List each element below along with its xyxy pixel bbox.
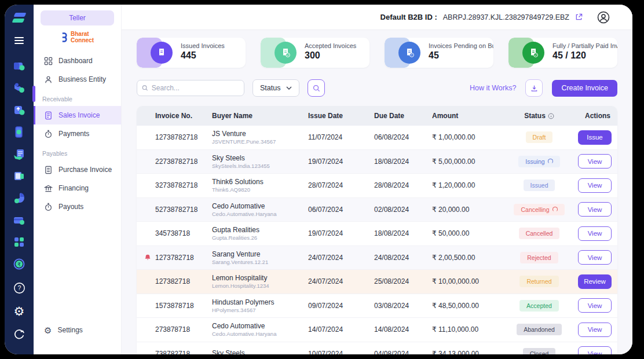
buyer-name: Gupta Realities: [212, 226, 308, 234]
buyer-id: Cedo.Automative.Haryana: [212, 211, 308, 217]
table-row: 127382718 Lemon HospitalityLemon.Hospita…: [137, 270, 617, 294]
invoice-no: 32738782718: [137, 181, 212, 189]
col-header-issue-date: Issue Date: [308, 112, 374, 120]
search-input[interactable]: [152, 84, 239, 92]
create-invoice-button[interactable]: Create Invoice: [552, 80, 617, 97]
view-button[interactable]: View: [578, 202, 612, 217]
card-label: Accepted Invoices: [305, 42, 369, 49]
apps-grid-icon[interactable]: [9, 232, 29, 252]
sidebar-item-payouts[interactable]: Payouts: [34, 197, 121, 216]
help-icon[interactable]: ?: [9, 278, 29, 298]
how-it-works-link[interactable]: How it Works?: [470, 84, 516, 92]
buyer-name: Sarang Venture: [212, 250, 308, 258]
info-icon[interactable]: [548, 113, 554, 119]
rupee-coin-icon[interactable]: ₹: [9, 254, 29, 274]
person-icon: [44, 75, 53, 84]
status-filter-label: Status: [260, 84, 280, 92]
view-button[interactable]: View: [578, 178, 612, 193]
hamburger-menu-icon[interactable]: [12, 33, 26, 48]
issue-date: 14/07/2024: [308, 325, 374, 334]
invoice-no: 345738718: [137, 229, 212, 237]
sidebar: Teller Bharat Connect Dashboard Business…: [34, 5, 122, 354]
sidebar-item-financing[interactable]: Financing: [34, 179, 121, 197]
sidebar-item-business-entity[interactable]: Business Entity: [34, 70, 121, 89]
sidebar-label: Business Entity: [58, 75, 106, 83]
buyer-id: Lemon.Hospitality.1234: [212, 283, 308, 289]
amount: ₹ 1,00,000.00: [432, 133, 506, 141]
col-header-buyer: Buyer Name: [212, 112, 308, 120]
amount: ₹ 34,13,000.00: [432, 350, 506, 354]
issued-invoice-icon: [151, 42, 173, 64]
search-icon: [142, 85, 148, 91]
view-button[interactable]: View: [578, 154, 612, 168]
amount: ₹ 1,20,000.00: [432, 181, 506, 189]
timer-icon: [44, 130, 53, 138]
issue-date: 19/07/2024: [308, 229, 374, 237]
dashboard-grid-icon: [44, 57, 53, 65]
view-button[interactable]: View: [578, 226, 612, 241]
sidebar-item-dashboard[interactable]: Dashboard: [34, 52, 121, 70]
status-filter-dropdown[interactable]: Status: [253, 79, 299, 97]
hand-coins-icon[interactable]: [9, 78, 29, 98]
external-link-icon[interactable]: [575, 13, 583, 21]
credit-card-icon[interactable]: [9, 210, 29, 230]
download-button[interactable]: [525, 79, 543, 97]
settings-gear-icon[interactable]: ⚙: [9, 301, 29, 321]
sidebar-item-purchase-invoice[interactable]: Purchase Invoice: [34, 160, 121, 179]
sidebar-label: Settings: [57, 326, 82, 334]
sidebar-label: Sales Invoice: [58, 111, 100, 119]
card-invoices-pending: Invoices Pending on Buyer45: [385, 38, 493, 68]
buyer-name: JS Venture: [212, 130, 308, 138]
invoices-table: Invoice No. Buyer Name Issue Date Due Da…: [137, 106, 617, 354]
card-issued-invoices: Issued Invoices445: [137, 38, 246, 68]
sidebar-item-settings[interactable]: ⚙ Settings: [34, 321, 121, 339]
clipboard-deal-icon[interactable]: [9, 144, 29, 164]
svg-text:?: ?: [17, 284, 21, 291]
view-button[interactable]: View: [578, 346, 612, 354]
invoice-no: 22738782718: [137, 157, 212, 166]
table-row: 32738782718 Think6 SolutionsThink6.AQ982…: [137, 174, 617, 198]
card-window-icon[interactable]: [9, 166, 29, 186]
mobile-payment-icon[interactable]: [9, 122, 29, 142]
due-date: 18/08/2024: [374, 157, 432, 166]
status-badge: Accepted: [519, 300, 559, 312]
sidebar-label: Payouts: [58, 203, 83, 211]
spinner-icon: [552, 207, 558, 212]
user-avatar-icon[interactable]: [597, 10, 610, 24]
status-badge: Closed: [523, 348, 556, 354]
buyer-id: SkySteels.India.123455: [212, 163, 308, 169]
pie-chart-icon[interactable]: [9, 188, 29, 208]
status-badge: Draft: [526, 131, 553, 143]
issue-button[interactable]: Issue: [578, 130, 612, 145]
search-icon: [313, 85, 320, 92]
chevron-down-icon: [286, 86, 292, 90]
search-input-wrap: [137, 80, 244, 96]
table-row: 738782718 Sky Steels 10/07/2024 04/08/20…: [137, 342, 617, 355]
table-row: 1573878718 Hindustan PolymersHPolymers.3…: [137, 294, 617, 318]
buyer-id: Think6.AQ9820: [212, 186, 308, 193]
b2b-id-value: ABRPJ.28937.KJL.238297849729.EBZ: [443, 13, 569, 21]
spinner-icon: [548, 159, 553, 164]
app-logo-icon: [13, 13, 25, 23]
search-button[interactable]: [308, 79, 325, 97]
view-button[interactable]: View: [578, 298, 612, 313]
logout-icon[interactable]: [9, 324, 29, 344]
view-button[interactable]: View: [578, 323, 612, 337]
sidebar-item-payments[interactable]: Payments: [34, 124, 121, 143]
active-section-notch: [32, 86, 35, 102]
view-button[interactable]: View: [578, 250, 612, 265]
sidebar-item-sales-invoice[interactable]: Sales Invoice: [34, 106, 121, 124]
box-upload-icon[interactable]: [9, 100, 29, 120]
sidebar-label: Payments: [58, 130, 89, 138]
status-header-label: Status: [524, 112, 546, 120]
review-button[interactable]: Review: [578, 274, 612, 289]
invoice-no: 738782718: [137, 350, 212, 354]
workspace-pill[interactable]: Teller: [41, 10, 114, 25]
col-header-actions: Actions: [572, 112, 617, 120]
bharat-connect-logo-mark: [61, 32, 68, 42]
invoice-no: 273878718: [137, 325, 212, 334]
invoice-no: 52738782718: [137, 206, 212, 214]
purchase-invoice-icon: [44, 166, 53, 174]
wallet-icon[interactable]: [9, 56, 29, 76]
status-badge: Issued: [524, 179, 555, 191]
